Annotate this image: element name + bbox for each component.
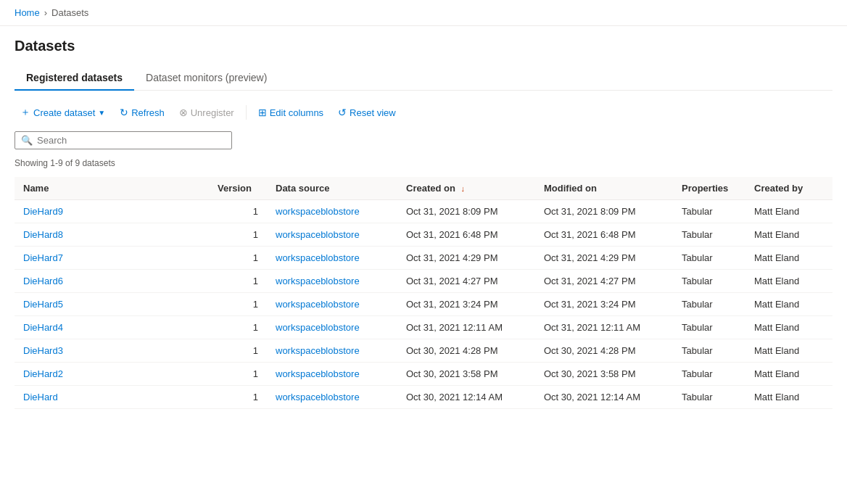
refresh-icon: ↻	[120, 107, 128, 118]
tab-dataset-monitors[interactable]: Dataset monitors (preview)	[134, 66, 278, 91]
search-box: 🔍	[15, 131, 232, 149]
datasource-link-3[interactable]: workspaceblobstore	[276, 276, 360, 286]
cell-properties-0: Tabular	[673, 200, 745, 223]
cell-version-1: 1	[209, 223, 267, 247]
cell-created-by-6: Matt Eland	[745, 339, 832, 363]
cell-created-by-1: Matt Eland	[745, 223, 832, 247]
dataset-link-3[interactable]: DieHard6	[23, 276, 63, 286]
cell-modified-on-0: Oct 31, 2021 8:09 PM	[535, 200, 673, 223]
cell-properties-7: Tabular	[673, 363, 745, 386]
cell-properties-3: Tabular	[673, 270, 745, 293]
cell-created-on-7: Oct 30, 2021 3:58 PM	[397, 363, 535, 386]
col-header-name[interactable]: Name	[15, 177, 209, 200]
table-row: DieHard9 1 workspaceblobstore Oct 31, 20…	[15, 200, 832, 223]
cell-created-on-4: Oct 31, 2021 3:24 PM	[397, 293, 535, 316]
tabs-container: Registered datasets Dataset monitors (pr…	[15, 66, 832, 91]
sort-descending-icon: ↓	[461, 184, 466, 193]
table-row: DieHard4 1 workspaceblobstore Oct 31, 20…	[15, 316, 832, 339]
cell-name-4: DieHard5	[15, 293, 209, 316]
cell-modified-on-3: Oct 31, 2021 4:27 PM	[535, 270, 673, 293]
cell-name-1: DieHard8	[15, 223, 209, 247]
cell-created-on-2: Oct 31, 2021 4:29 PM	[397, 247, 535, 270]
reset-view-label: Reset view	[350, 107, 396, 118]
cell-datasource-7: workspaceblobstore	[267, 363, 397, 386]
cell-modified-on-5: Oct 31, 2021 12:11 AM	[535, 316, 673, 339]
col-header-created-on[interactable]: Created on ↓	[397, 177, 535, 200]
table-row: DieHard3 1 workspaceblobstore Oct 30, 20…	[15, 339, 832, 363]
unregister-button[interactable]: ⊗ Unregister	[173, 103, 240, 122]
cell-created-on-3: Oct 31, 2021 4:27 PM	[397, 270, 535, 293]
cell-created-by-2: Matt Eland	[745, 247, 832, 270]
toolbar: ＋ Create dataset ▼ ↻ Refresh ⊗ Unregiste…	[15, 102, 832, 123]
cell-name-3: DieHard6	[15, 270, 209, 293]
cell-created-on-0: Oct 31, 2021 8:09 PM	[397, 200, 535, 223]
cell-version-2: 1	[209, 247, 267, 270]
dataset-link-7[interactable]: DieHard2	[23, 368, 63, 379]
cell-modified-on-8: Oct 30, 2021 12:14 AM	[535, 386, 673, 409]
cell-created-on-8: Oct 30, 2021 12:14 AM	[397, 386, 535, 409]
cell-datasource-8: workspaceblobstore	[267, 386, 397, 409]
datasource-link-8[interactable]: workspaceblobstore	[276, 392, 360, 402]
cell-version-6: 1	[209, 339, 267, 363]
table-row: DieHard7 1 workspaceblobstore Oct 31, 20…	[15, 247, 832, 270]
col-header-created-by[interactable]: Created by	[745, 177, 832, 200]
cell-version-8: 1	[209, 386, 267, 409]
col-header-properties[interactable]: Properties	[673, 177, 745, 200]
cell-properties-1: Tabular	[673, 223, 745, 247]
cell-datasource-4: workspaceblobstore	[267, 293, 397, 316]
cell-name-6: DieHard3	[15, 339, 209, 363]
table-header-row: Name Version Data source Created on ↓ Mo…	[15, 177, 832, 200]
cell-datasource-3: workspaceblobstore	[267, 270, 397, 293]
cell-modified-on-4: Oct 31, 2021 3:24 PM	[535, 293, 673, 316]
dataset-link-6[interactable]: DieHard3	[23, 345, 63, 356]
cell-properties-2: Tabular	[673, 247, 745, 270]
dataset-link-8[interactable]: DieHard	[23, 392, 58, 402]
dataset-link-2[interactable]: DieHard7	[23, 252, 63, 263]
cell-datasource-5: workspaceblobstore	[267, 316, 397, 339]
reset-view-icon: ↺	[338, 107, 347, 118]
table-row: DieHard2 1 workspaceblobstore Oct 30, 20…	[15, 363, 832, 386]
refresh-button[interactable]: ↻ Refresh	[114, 103, 170, 122]
cell-name-5: DieHard4	[15, 316, 209, 339]
datasource-link-6[interactable]: workspaceblobstore	[276, 345, 360, 356]
datasource-link-0[interactable]: workspaceblobstore	[276, 206, 360, 217]
datasource-link-4[interactable]: workspaceblobstore	[276, 299, 360, 310]
datasource-link-2[interactable]: workspaceblobstore	[276, 252, 360, 263]
dataset-link-1[interactable]: DieHard8	[23, 229, 63, 240]
tab-registered-datasets[interactable]: Registered datasets	[15, 66, 134, 91]
col-header-version[interactable]: Version	[209, 177, 267, 200]
search-icon: 🔍	[21, 135, 33, 146]
dataset-link-0[interactable]: DieHard9	[23, 206, 63, 217]
search-input[interactable]	[37, 135, 226, 146]
create-dataset-button[interactable]: ＋ Create dataset ▼	[15, 102, 111, 123]
datasource-link-1[interactable]: workspaceblobstore	[276, 229, 360, 240]
cell-datasource-2: workspaceblobstore	[267, 247, 397, 270]
cell-modified-on-7: Oct 30, 2021 3:58 PM	[535, 363, 673, 386]
edit-columns-button[interactable]: ⊞ Edit columns	[252, 103, 329, 122]
cell-created-on-1: Oct 31, 2021 6:48 PM	[397, 223, 535, 247]
cell-created-by-8: Matt Eland	[745, 386, 832, 409]
table-row: DieHard 1 workspaceblobstore Oct 30, 202…	[15, 386, 832, 409]
cell-created-on-5: Oct 31, 2021 12:11 AM	[397, 316, 535, 339]
table-row: DieHard5 1 workspaceblobstore Oct 31, 20…	[15, 293, 832, 316]
table-row: DieHard6 1 workspaceblobstore Oct 31, 20…	[15, 270, 832, 293]
reset-view-button[interactable]: ↺ Reset view	[332, 103, 402, 122]
breadcrumb-home[interactable]: Home	[15, 7, 40, 18]
cell-version-4: 1	[209, 293, 267, 316]
dataset-link-5[interactable]: DieHard4	[23, 322, 63, 333]
cell-name-2: DieHard7	[15, 247, 209, 270]
cell-name-0: DieHard9	[15, 200, 209, 223]
refresh-label: Refresh	[131, 107, 165, 118]
cell-name-7: DieHard2	[15, 363, 209, 386]
datasource-link-5[interactable]: workspaceblobstore	[276, 322, 360, 333]
cell-datasource-6: workspaceblobstore	[267, 339, 397, 363]
page-title: Datasets	[15, 38, 832, 54]
cell-version-5: 1	[209, 316, 267, 339]
cell-version-3: 1	[209, 270, 267, 293]
cell-properties-8: Tabular	[673, 386, 745, 409]
col-header-datasource[interactable]: Data source	[267, 177, 397, 200]
datasource-link-7[interactable]: workspaceblobstore	[276, 368, 360, 379]
plus-icon: ＋	[20, 106, 30, 119]
col-header-modified-on[interactable]: Modified on	[535, 177, 673, 200]
dataset-link-4[interactable]: DieHard5	[23, 299, 63, 310]
